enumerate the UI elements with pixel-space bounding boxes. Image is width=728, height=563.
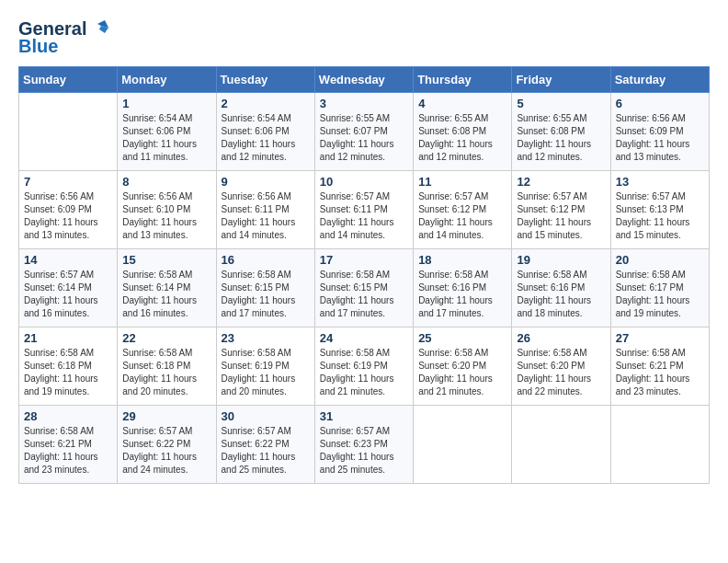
- day-info: Sunrise: 6:58 AMSunset: 6:19 PMDaylight:…: [320, 347, 408, 398]
- day-number: 2: [222, 97, 310, 110]
- weekday-header: Monday: [118, 67, 216, 93]
- calendar-cell: 28Sunrise: 6:58 AMSunset: 6:21 PMDayligh…: [19, 406, 118, 484]
- calendar-cell: [610, 406, 709, 484]
- calendar-cell: 5Sunrise: 6:55 AMSunset: 6:08 PMDaylight…: [512, 93, 610, 171]
- calendar-cell: [512, 406, 610, 484]
- calendar-cell: 2Sunrise: 6:54 AMSunset: 6:06 PMDaylight…: [216, 93, 314, 171]
- day-number: 28: [24, 409, 112, 423]
- day-number: 5: [517, 97, 605, 110]
- day-info: Sunrise: 6:57 AMSunset: 6:12 PMDaylight:…: [418, 190, 506, 242]
- day-info: Sunrise: 6:56 AMSunset: 6:09 PMDaylight:…: [24, 190, 112, 242]
- day-info: Sunrise: 6:58 AMSunset: 6:17 PMDaylight:…: [616, 269, 704, 320]
- calendar-cell: 12Sunrise: 6:57 AMSunset: 6:12 PMDayligh…: [512, 171, 610, 249]
- calendar-cell: 21Sunrise: 6:58 AMSunset: 6:18 PMDayligh…: [19, 327, 118, 406]
- day-number: 8: [122, 175, 210, 189]
- calendar-cell: 20Sunrise: 6:58 AMSunset: 6:17 PMDayligh…: [610, 249, 709, 327]
- calendar-cell: 13Sunrise: 6:57 AMSunset: 6:13 PMDayligh…: [610, 171, 709, 249]
- day-number: 27: [616, 331, 704, 345]
- day-info: Sunrise: 6:58 AMSunset: 6:15 PMDaylight:…: [320, 269, 408, 320]
- calendar-cell: 22Sunrise: 6:58 AMSunset: 6:18 PMDayligh…: [118, 327, 216, 406]
- day-number: 30: [222, 409, 310, 423]
- day-info: Sunrise: 6:58 AMSunset: 6:19 PMDaylight:…: [222, 347, 310, 398]
- calendar-cell: 14Sunrise: 6:57 AMSunset: 6:14 PMDayligh…: [19, 249, 118, 327]
- day-number: 9: [222, 175, 310, 189]
- day-number: 29: [122, 409, 210, 423]
- day-info: Sunrise: 6:58 AMSunset: 6:16 PMDaylight:…: [517, 269, 605, 320]
- calendar-cell: 15Sunrise: 6:58 AMSunset: 6:14 PMDayligh…: [118, 249, 216, 327]
- day-info: Sunrise: 6:58 AMSunset: 6:15 PMDaylight:…: [222, 269, 310, 320]
- calendar-week-row: 21Sunrise: 6:58 AMSunset: 6:18 PMDayligh…: [19, 327, 710, 406]
- day-number: 16: [222, 253, 310, 267]
- day-info: Sunrise: 6:58 AMSunset: 6:18 PMDaylight:…: [24, 347, 112, 398]
- day-number: 15: [122, 253, 210, 267]
- logo-blue: Blue: [18, 36, 58, 57]
- day-number: 14: [24, 253, 112, 267]
- calendar-table: SundayMondayTuesdayWednesdayThursdayFrid…: [18, 66, 710, 484]
- day-number: 6: [616, 97, 704, 110]
- day-number: 19: [517, 253, 605, 267]
- calendar-cell: 8Sunrise: 6:56 AMSunset: 6:10 PMDaylight…: [118, 171, 216, 249]
- day-number: 25: [418, 331, 506, 345]
- day-number: 11: [418, 175, 506, 189]
- calendar-cell: 19Sunrise: 6:58 AMSunset: 6:16 PMDayligh…: [512, 249, 610, 327]
- calendar-cell: 9Sunrise: 6:56 AMSunset: 6:11 PMDaylight…: [216, 171, 314, 249]
- calendar-cell: 30Sunrise: 6:57 AMSunset: 6:22 PMDayligh…: [216, 406, 314, 484]
- day-info: Sunrise: 6:58 AMSunset: 6:16 PMDaylight:…: [418, 269, 506, 320]
- day-info: Sunrise: 6:57 AMSunset: 6:13 PMDaylight:…: [616, 190, 704, 242]
- calendar-week-row: 14Sunrise: 6:57 AMSunset: 6:14 PMDayligh…: [19, 249, 710, 327]
- calendar-cell: 11Sunrise: 6:57 AMSunset: 6:12 PMDayligh…: [414, 171, 512, 249]
- day-number: 17: [320, 253, 408, 267]
- day-info: Sunrise: 6:54 AMSunset: 6:06 PMDaylight:…: [222, 112, 310, 164]
- calendar-cell: 18Sunrise: 6:58 AMSunset: 6:16 PMDayligh…: [414, 249, 512, 327]
- day-info: Sunrise: 6:57 AMSunset: 6:12 PMDaylight:…: [517, 190, 605, 242]
- day-number: 12: [517, 175, 605, 189]
- weekday-header: Tuesday: [216, 67, 314, 93]
- calendar-cell: 4Sunrise: 6:55 AMSunset: 6:08 PMDaylight…: [414, 93, 512, 171]
- day-info: Sunrise: 6:56 AMSunset: 6:09 PMDaylight:…: [616, 112, 704, 164]
- calendar-week-row: 28Sunrise: 6:58 AMSunset: 6:21 PMDayligh…: [19, 406, 710, 484]
- calendar-cell: 1Sunrise: 6:54 AMSunset: 6:06 PMDaylight…: [118, 93, 216, 171]
- weekday-header: Sunday: [19, 67, 118, 93]
- calendar-cell: 27Sunrise: 6:58 AMSunset: 6:21 PMDayligh…: [610, 327, 709, 406]
- day-info: Sunrise: 6:57 AMSunset: 6:22 PMDaylight:…: [222, 425, 310, 477]
- day-number: 22: [122, 331, 210, 345]
- weekday-header: Saturday: [610, 67, 709, 93]
- header: General Blue: [18, 18, 710, 57]
- calendar-cell: 6Sunrise: 6:56 AMSunset: 6:09 PMDaylight…: [610, 93, 709, 171]
- calendar-cell: 17Sunrise: 6:58 AMSunset: 6:15 PMDayligh…: [314, 249, 413, 327]
- weekday-header-row: SundayMondayTuesdayWednesdayThursdayFrid…: [19, 67, 710, 93]
- day-info: Sunrise: 6:55 AMSunset: 6:08 PMDaylight:…: [517, 112, 605, 164]
- day-number: 10: [320, 175, 408, 189]
- day-number: 21: [24, 331, 112, 345]
- calendar-cell: 16Sunrise: 6:58 AMSunset: 6:15 PMDayligh…: [216, 249, 314, 327]
- day-info: Sunrise: 6:55 AMSunset: 6:08 PMDaylight:…: [418, 112, 506, 164]
- calendar-cell: 31Sunrise: 6:57 AMSunset: 6:23 PMDayligh…: [314, 406, 413, 484]
- day-info: Sunrise: 6:54 AMSunset: 6:06 PMDaylight:…: [122, 112, 210, 164]
- day-number: 18: [418, 253, 506, 267]
- day-info: Sunrise: 6:57 AMSunset: 6:22 PMDaylight:…: [122, 425, 210, 477]
- day-info: Sunrise: 6:58 AMSunset: 6:21 PMDaylight:…: [24, 425, 112, 477]
- day-info: Sunrise: 6:58 AMSunset: 6:20 PMDaylight:…: [418, 347, 506, 398]
- day-number: 13: [616, 175, 704, 189]
- day-info: Sunrise: 6:58 AMSunset: 6:21 PMDaylight:…: [616, 347, 704, 398]
- calendar-cell: 26Sunrise: 6:58 AMSunset: 6:20 PMDayligh…: [512, 327, 610, 406]
- day-number: 31: [320, 409, 408, 423]
- day-info: Sunrise: 6:57 AMSunset: 6:23 PMDaylight:…: [320, 425, 408, 477]
- day-info: Sunrise: 6:58 AMSunset: 6:20 PMDaylight:…: [517, 347, 605, 398]
- calendar-week-row: 7Sunrise: 6:56 AMSunset: 6:09 PMDaylight…: [19, 171, 710, 249]
- day-info: Sunrise: 6:56 AMSunset: 6:10 PMDaylight:…: [122, 190, 210, 242]
- calendar-cell: [19, 93, 118, 171]
- weekday-header: Wednesday: [314, 67, 413, 93]
- day-number: 7: [24, 175, 112, 189]
- day-info: Sunrise: 6:57 AMSunset: 6:14 PMDaylight:…: [24, 269, 112, 320]
- logo-bird-icon: [88, 20, 108, 39]
- day-info: Sunrise: 6:58 AMSunset: 6:14 PMDaylight:…: [122, 269, 210, 320]
- calendar-cell: 23Sunrise: 6:58 AMSunset: 6:19 PMDayligh…: [216, 327, 314, 406]
- calendar-cell: [414, 406, 512, 484]
- calendar-cell: 29Sunrise: 6:57 AMSunset: 6:22 PMDayligh…: [118, 406, 216, 484]
- day-number: 4: [418, 97, 506, 110]
- day-number: 3: [320, 97, 408, 110]
- calendar-cell: 3Sunrise: 6:55 AMSunset: 6:07 PMDaylight…: [314, 93, 413, 171]
- weekday-header: Thursday: [414, 67, 512, 93]
- day-info: Sunrise: 6:57 AMSunset: 6:11 PMDaylight:…: [320, 190, 408, 242]
